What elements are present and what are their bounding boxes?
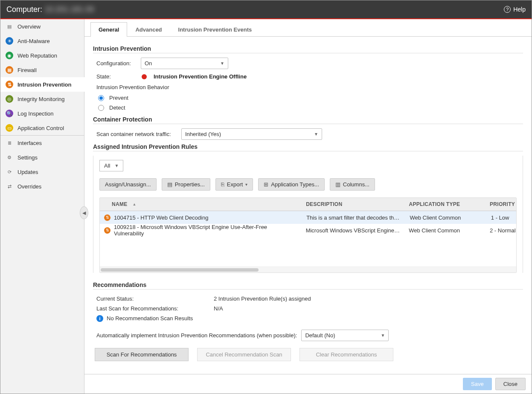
sidebar-item-interfaces[interactable]: ≣Interfaces (0, 136, 84, 150)
rule-icon: ⇅ (104, 227, 110, 234)
sidebar-item-web-reputation[interactable]: ◉Web Reputation (0, 48, 84, 63)
radio-prevent[interactable]: Prevent (93, 93, 523, 103)
col-description[interactable]: DESCRIPTION (302, 198, 404, 211)
sidebar-collapse-handle[interactable]: ◀ (80, 206, 88, 219)
section-title-container: Container Protection (93, 116, 523, 124)
state-label: State: (96, 73, 135, 80)
clear-recommendations-button: Clear Recommendations (299, 348, 393, 361)
config-select[interactable]: On ▼ (141, 58, 228, 69)
help-label: Help (513, 6, 526, 13)
application-control-icon: ▭ (6, 124, 13, 132)
auto-label: Automatically implement Intrusion Preven… (96, 332, 297, 339)
rules-toolbar: Assign/Unassign... ▤Properties... ⎘Expor… (99, 178, 517, 191)
chevron-down-icon: ▼ (314, 132, 318, 136)
interfaces-icon: ≣ (6, 139, 13, 147)
table-header: NAME▲ DESCRIPTION APPLICATION TYPE PRIOR… (100, 198, 516, 211)
main-panel: General Advanced Intrusion Prevention Ev… (84, 19, 532, 394)
rules-filter-select[interactable]: All ▼ (99, 160, 123, 171)
apptypes-button[interactable]: ⊞Application Types... (258, 178, 325, 191)
sidebar-item-firewall[interactable]: ▦Firewall (0, 63, 84, 77)
assign-button[interactable]: Assign/Unassign... (99, 178, 157, 191)
updates-icon: ⟳ (6, 168, 13, 176)
chevron-down-icon: ▼ (220, 61, 224, 66)
config-label: Configuration: (96, 60, 135, 67)
col-priority[interactable]: PRIORITY (485, 198, 516, 211)
properties-button[interactable]: ▤Properties... (162, 178, 210, 191)
sort-asc-icon: ▲ (133, 202, 137, 206)
web-reputation-icon: ◉ (6, 52, 13, 59)
info-icon: i (96, 315, 103, 322)
anti-malware-icon: ✳ (6, 37, 13, 45)
tab-bar: General Advanced Intrusion Prevention Ev… (84, 19, 532, 37)
auto-select[interactable]: Default (No) ▼ (301, 330, 389, 341)
radio-detect[interactable]: Detect (93, 103, 523, 113)
chevron-down-icon: ▾ (245, 182, 247, 187)
scrollbar-thumb[interactable] (101, 268, 259, 272)
scan-recommendations-button[interactable]: Scan For Recommendations (95, 348, 189, 361)
rules-panel: All ▼ Assign/Unassign... ▤Properties... … (93, 156, 523, 273)
sidebar-item-label: Intrusion Prevention (17, 81, 71, 88)
overrides-icon: ⇄ (6, 183, 13, 190)
col-apptype[interactable]: APPLICATION TYPE (404, 198, 485, 211)
behavior-label: Intrusion Prevention Behavior (96, 84, 523, 90)
sidebar-item-label: Integrity Monitoring (17, 96, 65, 102)
rule-priority: 2 - Normal (485, 224, 516, 237)
scan-select[interactable]: Inherited (Yes) ▼ (181, 128, 322, 140)
rule-description: This is a smart filter that decodes the … (302, 211, 405, 224)
sidebar-item-label: Log Inspection (17, 110, 54, 117)
status-value: 2 Intrusion Prevention Rule(s) assigned (214, 296, 311, 302)
sidebar-item-log-inspection[interactable]: 🔍Log Inspection (0, 106, 84, 121)
sidebar-item-overview[interactable]: ▤Overview (0, 19, 84, 34)
help-link[interactable]: ? Help (504, 6, 526, 13)
section-title-rules: Assigned Intrusion Prevention Rules (93, 143, 523, 151)
save-button[interactable]: Save (463, 378, 492, 390)
columns-button[interactable]: ▥Columns... (330, 178, 375, 191)
tab-ip-events[interactable]: Intrusion Prevention Events (170, 22, 260, 37)
radio-icon (98, 105, 104, 111)
sidebar-item-overrides[interactable]: ⇄Overrides (0, 179, 84, 194)
tab-advanced[interactable]: Advanced (127, 22, 170, 37)
table-h-scrollbar[interactable] (100, 267, 516, 272)
intrusion-prevention-icon: ⇅ (6, 81, 13, 88)
rules-table: NAME▲ DESCRIPTION APPLICATION TYPE PRIOR… (99, 197, 517, 273)
rule-apptype: Web Client Common (406, 211, 487, 224)
sidebar-item-intrusion-prevention[interactable]: ⇅Intrusion Prevention (0, 77, 84, 92)
state-status-dot (142, 74, 147, 79)
sidebar-item-integrity-monitoring[interactable]: ◎Integrity Monitoring (0, 92, 84, 106)
section-title-ip: Intrusion Prevention (93, 45, 523, 53)
sidebar-item-label: Interfaces (17, 140, 42, 146)
grid-icon: ⊞ (264, 181, 268, 188)
col-name[interactable]: NAME▲ (100, 198, 302, 211)
integrity-monitoring-icon: ◎ (6, 95, 13, 103)
no-results-row: i No Recommendation Scan Results (93, 313, 523, 324)
window-header: Computer: 10.201.181.09 ? Help (0, 0, 532, 19)
rule-name: 1009218 - Microsoft Windows VBScript Eng… (114, 224, 297, 237)
tab-general[interactable]: General (90, 22, 127, 37)
rule-apptype: Web Client Common (404, 224, 485, 237)
config-value: On (145, 60, 152, 67)
sidebar-item-anti-malware[interactable]: ✳Anti-Malware (0, 34, 84, 48)
window-title: Computer: 10.201.181.09 (6, 5, 94, 14)
sidebar-item-settings[interactable]: ⚙Settings (0, 150, 84, 165)
status-label: Current Status: (96, 296, 214, 302)
computer-name: 10.201.181.09 (45, 5, 94, 14)
sidebar-item-label: Overrides (17, 183, 41, 190)
sidebar-item-label: Firewall (17, 67, 37, 73)
sidebar-item-application-control[interactable]: ▭Application Control (0, 121, 84, 135)
close-button[interactable]: Close (495, 378, 526, 390)
scan-value: Inherited (Yes) (185, 131, 221, 137)
help-icon: ? (504, 6, 511, 13)
title-prefix: Computer: (6, 5, 42, 14)
sidebar-item-updates[interactable]: ⟳Updates (0, 165, 84, 179)
radio-icon (98, 95, 104, 101)
sidebar-item-label: Overview (17, 23, 41, 30)
columns-icon: ▥ (335, 181, 340, 188)
lastscan-label: Last Scan for Recommendations: (96, 305, 214, 312)
export-button[interactable]: ⎘Export▾ (215, 178, 253, 191)
table-row[interactable]: ⇅1009218 - Microsoft Windows VBScript En… (100, 224, 516, 237)
list-icon: ▤ (167, 181, 172, 188)
chevron-down-icon: ▼ (381, 333, 385, 338)
sidebar-item-label: Updates (17, 169, 38, 175)
rule-name: 1004715 - HTTP Web Client Decoding (114, 214, 208, 221)
rule-priority: 1 - Low (487, 211, 516, 224)
